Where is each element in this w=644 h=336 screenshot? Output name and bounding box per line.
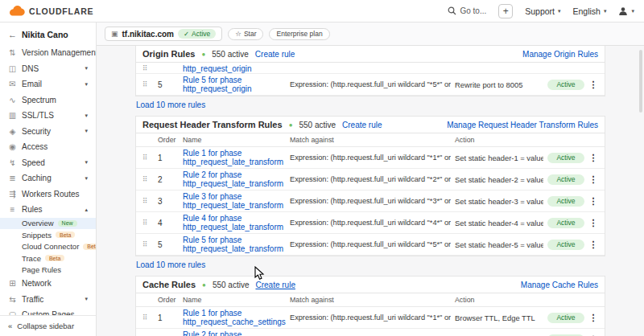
active-dot-icon: ●	[289, 121, 293, 129]
chevron-down-icon: ▾	[558, 8, 561, 14]
chevron-down-icon: ▾	[85, 113, 88, 119]
rule-match: Expression: (http.request.full_uri wildc…	[290, 219, 451, 227]
load-more-link[interactable]: Load 10 more rules	[136, 100, 205, 109]
sidebar-item-overview[interactable]: OverviewNew	[0, 218, 96, 230]
zone-status-label: Active	[192, 30, 210, 38]
rule-order: 5	[158, 240, 179, 249]
drag-handle-icon[interactable]: ⠿	[142, 64, 154, 72]
sidebar-item-custom-pages[interactable]: ▢Custom Pages	[0, 307, 96, 315]
drag-handle-icon[interactable]: ⠿	[142, 197, 154, 205]
sidebar-item-spectrum[interactable]: ∿Spectrum	[0, 92, 96, 109]
sidebar-item-traffic[interactable]: ⇆Traffic▾	[0, 292, 96, 308]
sidebar-item-workers-routes[interactable]: ⇶Workers Routes	[0, 186, 96, 203]
status-badge: Active	[547, 153, 584, 163]
main-area: ▣ tf.nikitac.com ✓Active ☆Star Enterpris…	[97, 23, 644, 336]
create-rule-link[interactable]: Create rule	[255, 50, 295, 59]
rule-match: Expression: (http.request.full_uri wildc…	[290, 175, 451, 183]
sidebar-item-network[interactable]: ⊞Network	[0, 276, 96, 292]
drag-handle-icon[interactable]: ⠿	[142, 313, 154, 322]
support-label: Support	[525, 6, 555, 16]
load-more-link[interactable]: Load 10 more rules	[136, 260, 205, 269]
cloudflare-logo[interactable]: CLOUDFLARE	[10, 6, 93, 16]
kebab-menu-icon[interactable]: ⋮	[588, 80, 598, 90]
sidebar-item-page-rules[interactable]: Page Rules	[0, 264, 96, 277]
load-more-container: Load 10 more rules	[135, 256, 605, 274]
drag-handle-icon[interactable]: ⠿	[142, 240, 154, 248]
sidebar-item-version-management[interactable]: ⇅Version Management	[0, 45, 96, 61]
user-menu[interactable]: ▾	[618, 6, 634, 16]
sidebar-item-email[interactable]: ✉Email▾	[0, 76, 96, 92]
kebab-menu-icon[interactable]: ⋮	[588, 196, 598, 207]
rule-name-link[interactable]: Rule 5 for phasehttp_request_origin	[183, 76, 286, 93]
rule-order: 1	[158, 313, 179, 322]
column-match: Match against	[290, 136, 451, 144]
scrollbar[interactable]	[639, 50, 642, 113]
collapse-label: Collapse sidebar	[17, 322, 74, 330]
status-badge: Active	[547, 218, 584, 228]
rule-name-link[interactable]: Rule 1 for phasehttp_request_late_transf…	[183, 149, 286, 166]
rule-order: 3	[158, 197, 179, 206]
speed-icon: ↯	[8, 158, 17, 167]
sidebar-item-label: Snippets	[22, 231, 52, 240]
sidebar-item-trace[interactable]: TraceBeta	[0, 252, 96, 264]
caching-icon: ≣	[8, 174, 17, 182]
add-button[interactable]: +	[498, 4, 513, 18]
drag-handle-icon[interactable]: ⠿	[142, 175, 154, 183]
sidebar-item-label: Page Rules	[22, 265, 61, 274]
create-rule-link[interactable]: Create rule	[255, 281, 295, 289]
rule-name-line1: Rule 4 for phase	[183, 214, 286, 223]
rule-name-link[interactable]: Rule 3 for phasehttp_request_late_transf…	[183, 192, 286, 210]
rule-name-link[interactable]: Rule 4 for phasehttp_request_late_transf…	[183, 214, 286, 232]
language-menu[interactable]: English ▾	[573, 6, 607, 16]
kebab-menu-icon[interactable]: ⋮	[588, 153, 598, 163]
manage-request-header-transform-rules-link[interactable]: Manage Request Header Transform Rules	[447, 121, 598, 129]
sidebar-item-caching[interactable]: ≣Caching▾	[0, 170, 96, 186]
rule-name-link[interactable]: Rule 2 for phasehttp_request_late_transf…	[183, 170, 286, 188]
sidebar-item-dns[interactable]: ◫DNS▾	[0, 61, 96, 77]
manage-origin-rules-link[interactable]: Manage Origin Rules	[522, 50, 598, 59]
user-icon	[618, 6, 628, 16]
star-button[interactable]: ☆Star	[228, 28, 263, 40]
collapse-sidebar-button[interactable]: « Collapse sidebar	[0, 315, 96, 336]
kebab-menu-icon[interactable]: ⋮	[588, 240, 598, 250]
global-search[interactable]: Go to...	[448, 6, 486, 15]
sidebar-item-access[interactable]: ◉Access	[0, 139, 96, 155]
rule-name-line2: http_request_origin	[183, 64, 286, 73]
rule-name-link[interactable]: Rule 1 for phasehttp_request_cache_setti…	[183, 309, 286, 326]
sidebar-item-ssl-tls[interactable]: ▥SSL/TLS▾	[0, 108, 96, 124]
zone-domain-chip[interactable]: ▣ tf.nikitac.com ✓Active	[105, 27, 222, 41]
drag-handle-icon[interactable]: ⠿	[142, 154, 154, 162]
support-menu[interactable]: Support ▾	[525, 6, 560, 16]
new-badge: New	[58, 220, 77, 227]
sidebar-item-label: DNS	[22, 64, 39, 73]
beta-badge: Beta	[56, 232, 75, 238]
sidebar-item-cloud-connector[interactable]: Cloud ConnectorBeta	[0, 241, 96, 253]
manage-cache-rules-link[interactable]: Manage Cache Rules	[521, 281, 598, 289]
column-order: Order	[158, 296, 179, 304]
rule-name-line2: http_request_cache_settings	[183, 318, 286, 326]
rule-name-link[interactable]: Rule 2 for phasehttp_request_cache_setti…	[183, 330, 286, 336]
section-header: Cache Rules ● 550 active Create rule Man…	[136, 277, 605, 293]
kebab-menu-icon[interactable]: ⋮	[588, 218, 598, 228]
column-name: Name	[183, 136, 286, 144]
sidebar-item-snippets[interactable]: SnippetsBeta	[0, 229, 96, 241]
rule-action: Set static header-2 = value-2	[455, 175, 543, 184]
drag-handle-icon[interactable]: ⠿	[142, 80, 154, 88]
sidebar-item-speed[interactable]: ↯Speed▾	[0, 155, 96, 171]
kebab-menu-icon[interactable]: ⋮	[588, 313, 598, 323]
sidebar-item-rules[interactable]: ≡Rules▴	[0, 202, 96, 218]
rule-order: 5	[158, 80, 179, 89]
create-rule-link[interactable]: Create rule	[342, 121, 382, 129]
rule-name-line2: http_request_origin	[183, 84, 286, 93]
kebab-menu-icon[interactable]: ⋮	[588, 174, 598, 185]
star-label: Star	[244, 30, 257, 38]
account-header[interactable]: ← Nikita Cano	[0, 23, 96, 45]
rule-name-link[interactable]: Rule 5 for phasehttp_request_late_transf…	[183, 236, 286, 253]
rule-name-link[interactable]: http_request_origin	[183, 64, 286, 73]
zone-domain: tf.nikitac.com	[122, 30, 174, 39]
drag-handle-icon[interactable]: ⠿	[142, 219, 154, 227]
rule-name-line1: Rule 3 for phase	[183, 192, 286, 201]
search-label: Go to...	[460, 6, 486, 15]
rule-name-line2: http_request_late_transform	[183, 179, 286, 188]
sidebar-item-security[interactable]: ◈Security▾	[0, 124, 96, 140]
